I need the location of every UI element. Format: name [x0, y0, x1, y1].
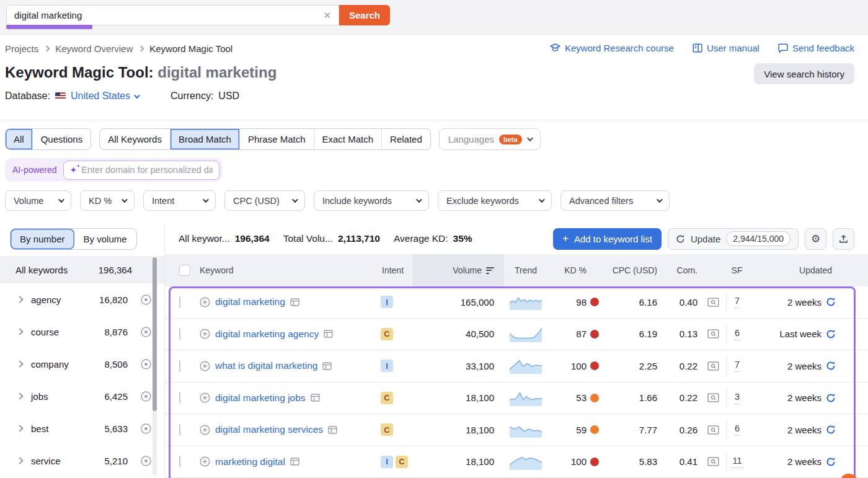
intent-badge-informational[interactable]: I	[381, 360, 393, 372]
eye-icon[interactable]	[140, 423, 152, 435]
serp-features-count[interactable]: 7	[734, 296, 740, 308]
intent-badge-commercial[interactable]: C	[396, 456, 408, 468]
keyword-overview-icon[interactable]	[328, 426, 337, 434]
refresh-metrics-icon[interactable]	[826, 297, 836, 307]
add-keyword-icon[interactable]	[200, 456, 210, 467]
sidebar-item-company[interactable]: company 8,506	[0, 348, 164, 380]
eye-icon[interactable]	[140, 294, 152, 306]
sidebar-item-all-keywords[interactable]: All keywords 196,364	[0, 256, 164, 283]
intent-filter[interactable]: Intent	[143, 190, 216, 211]
keyword-link[interactable]: what is digital marketing	[215, 360, 317, 371]
volume-filter[interactable]: Volume	[5, 190, 71, 211]
sidebar-item-best[interactable]: best 5,633	[0, 412, 164, 445]
kd-filter[interactable]: KD %	[80, 190, 135, 211]
header-kd[interactable]: KD %	[547, 265, 601, 275]
serp-features-count[interactable]: 7	[734, 360, 740, 372]
tab-all-keywords[interactable]: All Keywords	[100, 129, 170, 149]
tab-questions[interactable]: Questions	[33, 129, 91, 149]
sidebar-item-service[interactable]: service 5,210	[0, 445, 164, 477]
serp-features-count[interactable]: 6	[734, 328, 740, 340]
table-settings-button[interactable]: ⚙	[805, 228, 826, 250]
header-trend[interactable]: Trend	[504, 265, 547, 275]
add-to-keyword-list-button[interactable]: + Add to keyword list	[553, 228, 662, 250]
header-cpc[interactable]: CPC (USD)	[601, 265, 660, 275]
row-checkbox[interactable]	[179, 424, 180, 436]
user-manual-link[interactable]: User manual	[693, 43, 760, 53]
keyword-overview-icon[interactable]	[324, 330, 333, 338]
view-serp-icon[interactable]	[700, 329, 726, 339]
keyword-overview-icon[interactable]	[322, 362, 332, 370]
header-sf[interactable]: SF	[726, 265, 748, 275]
intent-badge-informational[interactable]: I	[381, 456, 393, 468]
select-all-checkbox[interactable]	[179, 265, 190, 276]
eye-icon[interactable]	[140, 326, 152, 338]
view-serp-icon[interactable]	[700, 298, 726, 307]
breadcrumb-keyword-overview[interactable]: Keyword Overview	[55, 43, 133, 54]
include-keywords-filter[interactable]: Include keywords	[314, 190, 429, 211]
breadcrumb-projects[interactable]: Projects	[5, 43, 38, 54]
tab-all[interactable]: All	[6, 129, 33, 149]
header-intent[interactable]: Intent	[379, 265, 412, 275]
add-keyword-icon[interactable]	[200, 361, 210, 371]
keyword-link[interactable]: digital marketing services	[215, 424, 323, 435]
by-volume-toggle[interactable]: By volume	[74, 229, 136, 249]
sidebar-item-agency[interactable]: agency 16,820	[0, 283, 164, 316]
row-checkbox[interactable]	[179, 456, 180, 467]
add-keyword-icon[interactable]	[200, 392, 210, 403]
refresh-metrics-icon[interactable]	[826, 393, 836, 403]
database-selector[interactable]: United States	[71, 91, 138, 102]
row-checkbox[interactable]	[179, 296, 180, 308]
send-feedback-link[interactable]: Send feedback	[778, 43, 854, 53]
sidebar-item-jobs[interactable]: jobs 6,425	[0, 380, 164, 412]
view-serp-icon[interactable]	[700, 393, 726, 402]
clear-search-icon[interactable]: ✕	[322, 10, 332, 21]
intent-badge-commercial[interactable]: C	[381, 392, 393, 404]
languages-dropdown[interactable]: Languages beta	[439, 128, 541, 150]
view-serp-icon[interactable]	[700, 361, 726, 371]
eye-icon[interactable]	[140, 455, 152, 467]
eye-icon[interactable]	[140, 391, 152, 402]
update-button[interactable]: Update 2,944/15,000	[668, 228, 799, 250]
keyword-link[interactable]: digital marketing	[215, 296, 285, 308]
header-volume[interactable]: Volume	[412, 254, 504, 286]
keyword-link[interactable]: digital marketing jobs	[215, 392, 306, 404]
cpc-filter[interactable]: CPC (USD)	[224, 190, 305, 211]
search-input[interactable]	[14, 10, 322, 20]
tab-exact-match[interactable]: Exact Match	[314, 129, 383, 149]
refresh-metrics-icon[interactable]	[826, 361, 836, 371]
header-updated[interactable]: Updated	[748, 265, 841, 275]
export-button[interactable]	[833, 228, 854, 250]
view-serp-icon[interactable]	[700, 425, 726, 435]
intent-badge-commercial[interactable]: C	[381, 423, 393, 436]
add-keyword-icon[interactable]	[200, 425, 210, 435]
keyword-research-course-link[interactable]: Keyword Research course	[550, 43, 674, 53]
add-keyword-icon[interactable]	[200, 297, 210, 308]
add-keyword-icon[interactable]	[200, 329, 210, 339]
header-keyword[interactable]: Keyword	[200, 265, 379, 275]
header-com[interactable]: Com.	[660, 265, 700, 275]
advanced-filters[interactable]: Advanced filters	[560, 190, 670, 211]
row-checkbox[interactable]	[179, 360, 180, 372]
row-checkbox[interactable]	[179, 328, 180, 340]
sidebar-scrollbar-thumb[interactable]	[153, 257, 157, 411]
eye-icon[interactable]	[140, 358, 152, 370]
refresh-metrics-icon[interactable]	[826, 329, 836, 339]
view-serp-icon[interactable]	[700, 457, 726, 466]
refresh-metrics-icon[interactable]	[826, 425, 836, 435]
serp-features-count[interactable]: 11	[732, 456, 742, 468]
row-checkbox[interactable]	[179, 392, 180, 404]
serp-features-count[interactable]: 3	[734, 392, 740, 404]
refresh-metrics-icon[interactable]	[826, 457, 836, 467]
keyword-overview-icon[interactable]	[290, 298, 299, 306]
keyword-link[interactable]: digital marketing agency	[215, 329, 319, 340]
search-button[interactable]: Search	[339, 5, 390, 25]
keyword-overview-icon[interactable]	[311, 394, 320, 402]
serp-features-count[interactable]: 6	[734, 423, 740, 436]
keyword-link[interactable]: marketing digital	[215, 456, 285, 467]
intent-badge-commercial[interactable]: C	[381, 328, 393, 340]
by-number-toggle[interactable]: By number	[11, 229, 74, 249]
exclude-keywords-filter[interactable]: Exclude keywords	[438, 190, 552, 211]
tab-broad-match[interactable]: Broad Match	[170, 129, 240, 149]
keyword-overview-icon[interactable]	[290, 458, 299, 466]
sidebar-item-course[interactable]: course 8,876	[0, 316, 164, 348]
